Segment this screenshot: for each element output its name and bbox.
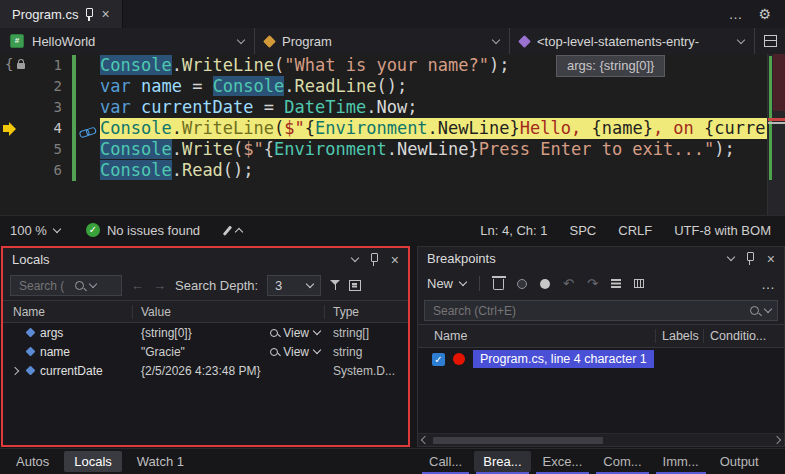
tab-breakpoints[interactable]: Brea... bbox=[474, 451, 530, 472]
chevron-up-icon bbox=[234, 227, 242, 235]
more-options-icon[interactable]: … bbox=[728, 6, 742, 22]
pin-icon[interactable] bbox=[86, 8, 93, 17]
column-header-labels[interactable]: Labels bbox=[656, 329, 704, 343]
close-icon[interactable]: × bbox=[101, 7, 109, 21]
line-endings[interactable]: CRLF bbox=[618, 223, 652, 238]
type-dropdown[interactable]: Program bbox=[255, 28, 510, 54]
view-dropdown[interactable]: View bbox=[270, 326, 320, 340]
column-header-conditions[interactable]: Conditio... bbox=[704, 329, 784, 343]
chevron-down-icon bbox=[737, 35, 745, 43]
tab-program-cs[interactable]: Program.cs × bbox=[0, 0, 123, 28]
locals-column-headers: Name Value Type bbox=[3, 300, 408, 323]
code-line[interactable]: 3var currentDate = DateTime.Now; bbox=[0, 97, 768, 118]
code-cleanup-control[interactable] bbox=[226, 225, 242, 236]
code-line[interactable]: 4Console.WriteLine($"{Environment.NewLin… bbox=[0, 118, 768, 139]
locals-search-input[interactable] bbox=[17, 278, 69, 294]
view-dropdown[interactable]: View bbox=[270, 345, 320, 359]
search-depth-label: Search Depth: bbox=[175, 278, 258, 293]
search-back-icon[interactable]: ← bbox=[131, 278, 144, 293]
variable-value: {string[0]} bbox=[141, 326, 192, 340]
more-options-icon[interactable]: … bbox=[761, 276, 775, 292]
breakpoints-search-input[interactable] bbox=[431, 303, 744, 319]
check-circle-icon: ✓ bbox=[86, 223, 100, 237]
breakpoints-search-box[interactable] bbox=[424, 300, 778, 321]
code-editor[interactable]: { 1Console.WriteLine("What is your name?… bbox=[0, 54, 785, 215]
window-menu-icon[interactable] bbox=[351, 254, 359, 262]
chevron-down-icon bbox=[237, 35, 245, 43]
chevron-down-icon[interactable] bbox=[89, 280, 97, 288]
cursor-position[interactable]: Ln: 4, Ch: 1 bbox=[480, 223, 547, 238]
line-number: 6 bbox=[0, 160, 62, 181]
locals-search-box[interactable] bbox=[10, 275, 122, 296]
indentation-mode[interactable]: SPC bbox=[570, 223, 597, 238]
close-icon[interactable]: × bbox=[767, 252, 775, 266]
tab-locals[interactable]: Locals bbox=[64, 451, 122, 472]
table-row[interactable]: name "Gracie" View string bbox=[3, 342, 408, 361]
encoding[interactable]: UTF-8 with BOM bbox=[674, 223, 771, 238]
delete-breakpoint-button[interactable] bbox=[493, 277, 504, 290]
scroll-left-icon[interactable] bbox=[421, 436, 429, 444]
column-header-name[interactable]: Name bbox=[418, 329, 656, 343]
breakpoints-title-bar[interactable]: Breakpoints × bbox=[418, 247, 784, 270]
scrollbar-thumb[interactable] bbox=[433, 437, 603, 444]
import-breakpoints-button[interactable]: ↷ bbox=[587, 276, 598, 291]
pin-icon[interactable] bbox=[371, 253, 378, 262]
export-breakpoints-button[interactable]: ↶ bbox=[563, 276, 574, 291]
close-icon[interactable]: × bbox=[391, 253, 399, 267]
pin-icon[interactable] bbox=[747, 252, 754, 261]
toolbar-separator bbox=[479, 276, 480, 291]
search-forward-icon[interactable]: → bbox=[153, 278, 166, 293]
scrollbar-thumb[interactable] bbox=[773, 54, 785, 111]
locals-title: Locals bbox=[12, 252, 50, 267]
split-window-button[interactable] bbox=[755, 28, 785, 54]
code-text: Console.Read(); bbox=[100, 160, 768, 181]
enable-all-breakpoints-button[interactable] bbox=[540, 279, 550, 289]
tab-exception-settings[interactable]: Exce... bbox=[534, 451, 592, 472]
tab-immediate-window[interactable]: Imm... bbox=[654, 451, 708, 472]
search-depth-select[interactable]: 3 bbox=[267, 275, 321, 296]
member-dropdown[interactable]: <top-level-statements-entry- bbox=[510, 28, 755, 54]
filter-button[interactable] bbox=[330, 280, 340, 291]
code-line[interactable]: 5Console.Write($"{Environment.NewLine}Pr… bbox=[0, 139, 768, 160]
disable-all-breakpoints-button[interactable] bbox=[517, 279, 527, 289]
locals-toolbar: ← → Search Depth: 3 bbox=[3, 271, 408, 300]
zoom-control[interactable]: 100 % bbox=[10, 223, 60, 238]
chevron-down-icon bbox=[459, 278, 467, 286]
horizontal-scrollbar[interactable] bbox=[418, 433, 784, 446]
code-line[interactable]: 6Console.Read(); bbox=[0, 160, 768, 181]
issues-indicator[interactable]: ✓ No issues found bbox=[86, 223, 200, 238]
open-window-button[interactable] bbox=[349, 280, 361, 291]
table-row[interactable]: args {string[0]} View string[] bbox=[3, 323, 408, 342]
tab-call-stack[interactable]: Call... bbox=[420, 451, 471, 472]
expander-icon[interactable] bbox=[11, 366, 19, 374]
tab-output[interactable]: Output bbox=[711, 451, 768, 472]
column-header-type[interactable]: Type bbox=[325, 305, 408, 319]
datatip[interactable]: args: {string[0]} bbox=[556, 55, 665, 77]
code-line[interactable]: 2var name = Console.ReadLine(); bbox=[0, 76, 768, 97]
editor-scrollbar[interactable] bbox=[767, 54, 785, 215]
chevron-down-icon bbox=[313, 327, 321, 335]
column-header-value[interactable]: Value bbox=[133, 305, 325, 319]
go-to-source-button[interactable] bbox=[611, 279, 621, 288]
tab-autos[interactable]: Autos bbox=[6, 451, 59, 472]
chevron-down-icon[interactable] bbox=[764, 305, 772, 313]
locals-title-bar[interactable]: Locals × bbox=[3, 248, 408, 271]
project-icon: # bbox=[10, 34, 24, 48]
columns-button[interactable] bbox=[634, 279, 644, 288]
variable-name: currentDate bbox=[40, 364, 103, 378]
column-header-name[interactable]: Name bbox=[3, 305, 133, 319]
visual-studio-window: Program.cs × … ⚙ # HelloWorld Program <t… bbox=[0, 0, 785, 474]
window-menu-icon[interactable] bbox=[727, 253, 735, 261]
tab-command-window[interactable]: Com... bbox=[594, 451, 650, 472]
tab-title: Program.cs bbox=[12, 7, 78, 22]
editor-status-bar: 100 % ✓ No issues found Ln: 4, Ch: 1 SPC… bbox=[0, 215, 785, 244]
breakpoint-checkbox[interactable]: ✓ bbox=[432, 353, 445, 366]
scroll-right-icon[interactable] bbox=[773, 436, 781, 444]
table-row[interactable]: currentDate {2/5/2026 4:23:48 PM} System… bbox=[3, 361, 408, 380]
settings-gear-icon[interactable]: ⚙ bbox=[758, 6, 771, 22]
tab-watch-1[interactable]: Watch 1 bbox=[127, 451, 194, 472]
new-breakpoint-button[interactable]: New bbox=[427, 276, 466, 291]
breakpoint-row[interactable]: ✓ Program.cs, line 4 character 1 bbox=[418, 348, 784, 370]
breakpoint-label[interactable]: Program.cs, line 4 character 1 bbox=[473, 350, 654, 368]
project-dropdown[interactable]: # HelloWorld bbox=[0, 28, 255, 54]
